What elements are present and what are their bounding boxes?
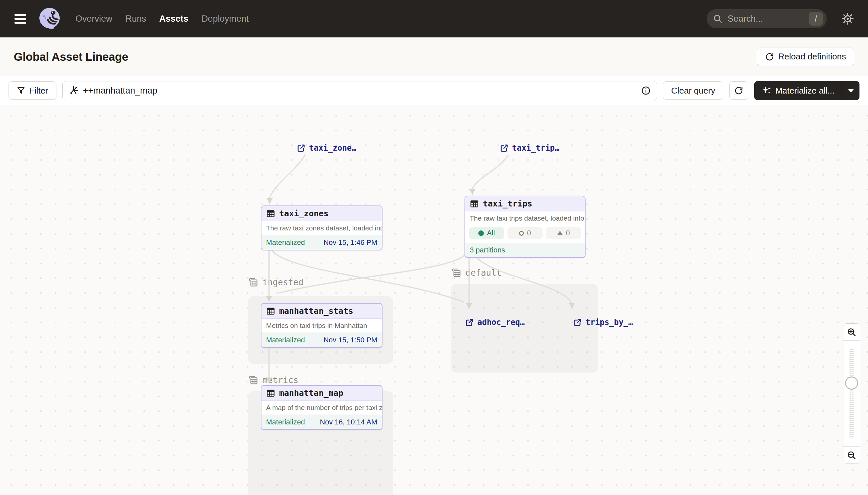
status-badge: Materialized bbox=[266, 336, 305, 344]
search-icon bbox=[712, 14, 723, 24]
table-icon bbox=[470, 199, 479, 208]
external-asset-adhoc-request[interactable]: adhoc_req… bbox=[465, 318, 525, 327]
filled-circle-icon bbox=[478, 231, 484, 236]
page-title: Global Asset Lineage bbox=[14, 50, 128, 63]
hamburger-menu-button[interactable] bbox=[11, 10, 30, 28]
asset-name: manhattan_map bbox=[279, 388, 343, 398]
reload-definitions-button[interactable]: Reload definitions bbox=[757, 48, 854, 66]
group-label-ingested[interactable]: ingested bbox=[248, 277, 303, 288]
zoom-out-button[interactable] bbox=[844, 446, 860, 463]
materialization-timestamp: Nov 16, 10:14 AM bbox=[320, 418, 377, 426]
partitions-missing-badge[interactable]: 0 bbox=[508, 227, 543, 239]
query-info-icon[interactable] bbox=[641, 86, 651, 96]
table-icon bbox=[266, 307, 275, 316]
materialize-dropdown-caret[interactable] bbox=[842, 81, 860, 100]
group-label-default[interactable]: default bbox=[451, 268, 501, 278]
table-icon bbox=[266, 389, 275, 398]
external-asset-trips-by[interactable]: trips_by_… bbox=[573, 318, 633, 327]
badge-label: 0 bbox=[566, 229, 570, 237]
filter-label: Filter bbox=[29, 86, 48, 96]
materialization-timestamp: Nov 15, 1:50 PM bbox=[323, 336, 377, 344]
group-name: metrics bbox=[262, 375, 299, 385]
materialize-all-label: Materialize all... bbox=[775, 86, 835, 96]
triangle-icon bbox=[557, 231, 563, 235]
partition-badges: All 0 0 bbox=[465, 225, 585, 243]
page-header: Global Asset Lineage Reload definitions bbox=[0, 37, 868, 76]
lineage-graph-icon bbox=[69, 86, 78, 96]
refresh-icon bbox=[765, 52, 774, 62]
external-asset-label: taxi_trip… bbox=[512, 143, 560, 153]
search-shortcut-badge: / bbox=[809, 12, 823, 25]
asset-name: taxi_zones bbox=[279, 209, 329, 218]
nav-item-runs[interactable]: Runs bbox=[126, 14, 146, 24]
asset-description: A map of the number of trips per taxi z.… bbox=[262, 401, 382, 415]
materialize-all-button[interactable]: Materialize all... bbox=[754, 81, 842, 100]
lineage-edges bbox=[0, 105, 868, 495]
partitions-materialized-badge[interactable]: All bbox=[469, 227, 504, 239]
refresh-graph-button[interactable] bbox=[729, 81, 748, 100]
settings-gear-icon[interactable] bbox=[838, 10, 857, 28]
asset-query-input[interactable]: ++manhattan_map bbox=[62, 81, 657, 100]
zoom-slider-handle[interactable] bbox=[845, 376, 858, 390]
asset-description: The raw taxi trips dataset, loaded into … bbox=[465, 211, 585, 225]
dagster-logo-icon[interactable] bbox=[38, 7, 61, 30]
filter-button[interactable]: Filter bbox=[8, 81, 56, 100]
external-asset-taxi-trip-file[interactable]: taxi_trip… bbox=[500, 143, 560, 153]
zoom-slider[interactable] bbox=[844, 341, 860, 446]
badge-label: All bbox=[487, 229, 495, 237]
status-badge: Materialized bbox=[266, 238, 305, 247]
nav-links: Overview Runs Assets Deployment bbox=[75, 14, 249, 24]
zoom-controls bbox=[843, 323, 860, 464]
group-name: default bbox=[465, 268, 501, 278]
external-asset-label: taxi_zone… bbox=[309, 143, 357, 153]
clear-query-button[interactable]: Clear query bbox=[663, 81, 723, 100]
group-name: ingested bbox=[262, 277, 303, 287]
asset-description: The raw taxi zones dataset, loaded int..… bbox=[262, 221, 382, 235]
group-label-metrics[interactable]: metrics bbox=[248, 375, 299, 386]
table-icon bbox=[266, 209, 275, 218]
zoom-in-button[interactable] bbox=[844, 324, 860, 341]
asset-name: manhattan_stats bbox=[279, 306, 353, 316]
lineage-canvas[interactable]: ingested default metrics bbox=[0, 105, 868, 495]
top-nav: Overview Runs Assets Deployment Search..… bbox=[0, 0, 868, 37]
materialize-split-button: Materialize all... bbox=[754, 81, 860, 100]
zoom-slider-track bbox=[849, 348, 854, 439]
app-root: Overview Runs Assets Deployment Search..… bbox=[0, 0, 868, 495]
external-asset-label: trips_by_… bbox=[586, 318, 633, 327]
filter-funnel-icon bbox=[17, 86, 25, 95]
external-asset-taxi-zone-file[interactable]: taxi_zone… bbox=[297, 143, 357, 153]
sparkle-icon bbox=[761, 86, 771, 96]
badge-label: 0 bbox=[527, 229, 531, 237]
nav-item-overview[interactable]: Overview bbox=[75, 14, 112, 24]
reload-definitions-label: Reload definitions bbox=[778, 52, 846, 62]
asset-node-taxi-trips[interactable]: taxi_trips The raw taxi trips dataset, l… bbox=[464, 195, 586, 258]
group-box-default bbox=[451, 284, 598, 373]
search-placeholder: Search... bbox=[728, 14, 804, 24]
partitions-count-label: 3 partitions bbox=[470, 246, 505, 254]
asset-node-manhattan-stats[interactable]: manhattan_stats Metrics on taxi trips in… bbox=[261, 303, 383, 348]
asset-node-taxi-zones[interactable]: taxi_zones The raw taxi zones dataset, l… bbox=[261, 205, 383, 251]
partitions-failed-badge[interactable]: 0 bbox=[546, 227, 581, 239]
search-input[interactable]: Search... / bbox=[707, 9, 827, 28]
lineage-toolbar: Filter ++manhattan_map bbox=[0, 76, 868, 105]
asset-description: Metrics on taxi trips in Manhattan bbox=[262, 319, 382, 333]
chevron-down-icon bbox=[848, 89, 854, 92]
asset-node-manhattan-map[interactable]: manhattan_map A map of the number of tri… bbox=[261, 385, 383, 430]
nav-item-assets[interactable]: Assets bbox=[159, 14, 189, 24]
status-badge: Materialized bbox=[266, 418, 305, 426]
asset-query-value: ++manhattan_map bbox=[83, 86, 636, 96]
clear-query-label: Clear query bbox=[671, 86, 715, 96]
external-asset-label: adhoc_req… bbox=[477, 318, 525, 327]
materialization-timestamp: Nov 15, 1:46 PM bbox=[323, 238, 377, 247]
asset-name: taxi_trips bbox=[483, 199, 532, 208]
ring-icon bbox=[519, 231, 524, 236]
nav-item-deployment[interactable]: Deployment bbox=[201, 14, 249, 24]
